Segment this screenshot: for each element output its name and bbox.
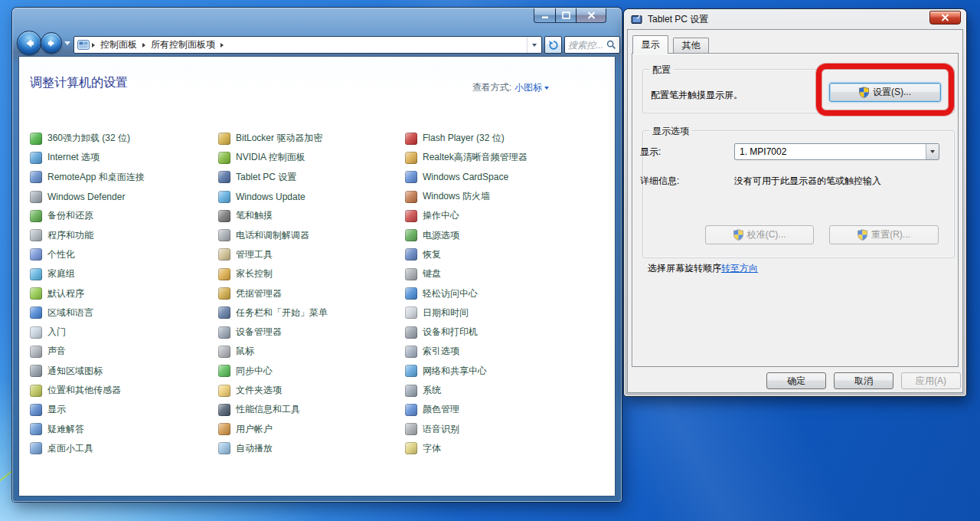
recovery-icon <box>405 248 417 260</box>
control-panel-item[interactable]: NVIDIA 控制面板 <box>218 148 403 167</box>
color-management-icon <box>405 404 417 416</box>
firewall-icon <box>405 191 417 203</box>
breadcrumb-all-items[interactable]: 所有控制面板项 <box>148 38 218 51</box>
control-panel-item[interactable]: RemoteApp 和桌面连接 <box>30 168 215 187</box>
control-panel-item[interactable]: 用户帐户 <box>218 419 403 438</box>
control-panel-item[interactable]: 同步中心 <box>218 362 403 381</box>
control-panel-item[interactable]: Internet 选项 <box>30 148 215 167</box>
details-label: 详细信息: <box>640 175 679 188</box>
control-panel-item[interactable]: 性能信息和工具 <box>218 400 403 419</box>
control-panel-item[interactable]: 桌面小工具 <box>30 439 215 458</box>
view-by-dropdown[interactable]: 小图标 <box>514 81 549 94</box>
control-panel-item-label: Internet 选项 <box>47 151 100 164</box>
control-panel-item[interactable]: 家庭组 <box>30 264 215 283</box>
control-panel-item[interactable]: 语音识别 <box>405 419 590 438</box>
control-panel-item-label: 通知区域图标 <box>47 365 103 378</box>
control-panel-item[interactable]: 电源选项 <box>405 225 590 244</box>
address-dropdown-button[interactable] <box>527 37 541 53</box>
control-panel-item[interactable]: 系统 <box>405 381 590 400</box>
search-box[interactable] <box>564 36 620 54</box>
programs-features-icon <box>30 229 42 241</box>
breadcrumb-control-panel[interactable]: 控制面板 <box>97 38 140 51</box>
chevron-down-icon <box>930 150 935 153</box>
control-panel-item[interactable]: 文件夹选项 <box>218 381 403 400</box>
devices-printers-icon <box>405 326 417 339</box>
control-panel-item[interactable]: 任务栏和「开始」菜单 <box>218 303 403 323</box>
control-panel-item[interactable]: 疑难解答 <box>30 419 215 438</box>
control-panel-item[interactable]: Realtek高清晰音频管理器 <box>405 148 590 167</box>
control-panel-item[interactable]: 自动播放 <box>218 439 403 458</box>
control-panel-item[interactable]: 颜色管理 <box>405 400 590 419</box>
control-panel-column-2: BitLocker 驱动器加密NVIDIA 控制面板Tablet PC 设置Wi… <box>218 129 403 458</box>
control-panel-item[interactable]: 恢复 <box>405 245 590 264</box>
control-panel-item[interactable]: 区域和语言 <box>30 303 215 323</box>
control-panel-item-label: 桌面小工具 <box>47 442 93 455</box>
control-panel-item[interactable]: 设备和打印机 <box>405 323 590 342</box>
control-panel-item[interactable]: 网络和共享中心 <box>405 362 590 381</box>
minimize-button[interactable] <box>534 8 556 23</box>
control-panel-item[interactable]: 字体 <box>405 439 590 458</box>
dialog-titlebar[interactable]: Tablet PC 设置 <box>624 9 966 29</box>
search-input[interactable] <box>568 40 603 51</box>
control-panel-item[interactable]: Flash Player (32 位) <box>405 129 590 148</box>
folder-options-icon <box>218 385 230 397</box>
control-panel-item[interactable]: Windows Update <box>218 187 403 206</box>
tab-other[interactable]: 其他 <box>673 38 709 54</box>
control-panel-item[interactable]: 家长控制 <box>218 264 403 283</box>
control-panel-item[interactable]: 凭据管理器 <box>218 283 403 303</box>
control-panel-item[interactable]: Windows CardSpace <box>405 168 590 187</box>
control-panel-item[interactable]: 个性化 <box>30 245 215 264</box>
control-panel-item[interactable]: 备份和还原 <box>30 206 215 225</box>
control-panel-item[interactable]: 360强力卸载 (32 位) <box>30 129 215 148</box>
control-panel-item-label: 任务栏和「开始」菜单 <box>236 306 328 319</box>
control-panel-item[interactable]: Windows 防火墙 <box>405 187 590 206</box>
control-panel-item[interactable]: 位置和其他传感器 <box>30 381 215 400</box>
control-panel-item[interactable]: 轻松访问中心 <box>405 283 590 303</box>
control-panel-item[interactable]: 入门 <box>30 323 215 342</box>
control-panel-item[interactable]: 笔和触摸 <box>218 206 403 225</box>
recent-pages-dropdown[interactable] <box>64 41 70 45</box>
breadcrumb-separator-icon <box>142 43 145 48</box>
control-panel-item[interactable]: 默认程序 <box>30 283 215 303</box>
control-panel-item[interactable]: 电话和调制解调器 <box>218 225 403 244</box>
tab-display[interactable]: 显示 <box>632 35 668 54</box>
control-panel-item-label: 用户帐户 <box>236 423 273 436</box>
combo-dropdown-button[interactable] <box>926 144 939 159</box>
control-panel-item-label: Windows Defender <box>47 192 125 202</box>
control-panel-item[interactable]: 索引选项 <box>405 342 590 361</box>
apply-button[interactable]: 应用(A) <box>901 372 961 389</box>
calibrate-button[interactable]: 校准(C)... <box>705 225 814 244</box>
refresh-button[interactable] <box>544 36 562 54</box>
control-panel-item[interactable]: BitLocker 驱动器加密 <box>218 129 403 148</box>
address-bar[interactable]: 控制面板 所有控制面板项 <box>74 36 542 54</box>
reset-button[interactable]: 重置(R)... <box>829 225 939 244</box>
control-panel-item[interactable]: 设备管理器 <box>218 323 403 342</box>
forward-button[interactable] <box>41 32 62 54</box>
indexing-options-icon <box>405 346 417 358</box>
control-panel-item[interactable]: 显示 <box>30 400 215 419</box>
control-panel-item-label: 凭据管理器 <box>236 287 282 300</box>
go-to-orientation-link[interactable]: 转至方向 <box>721 263 758 274</box>
control-panel-item[interactable]: Tablet PC 设置 <box>218 168 403 187</box>
control-panel-item[interactable]: 程序和功能 <box>30 225 215 244</box>
ok-button[interactable]: 确定 <box>766 372 826 389</box>
control-panel-item[interactable]: 鼠标 <box>218 342 403 361</box>
control-panel-item[interactable]: 操作中心 <box>405 206 590 225</box>
control-panel-item[interactable]: 声音 <box>30 342 215 361</box>
control-panel-item[interactable]: 通知区域图标 <box>30 362 215 381</box>
settings-button[interactable]: 设置(S)... <box>829 83 941 102</box>
display-select[interactable]: 1. MPI7002 <box>734 143 939 160</box>
control-panel-item-label: 个性化 <box>47 248 75 261</box>
maximize-button[interactable] <box>555 8 577 23</box>
control-panel-item[interactable]: Windows Defender <box>30 187 215 206</box>
control-panel-item[interactable]: 管理工具 <box>218 245 403 264</box>
control-panel-item[interactable]: 键盘 <box>405 264 590 283</box>
cancel-button[interactable]: 取消 <box>834 372 893 389</box>
dialog-close-button[interactable] <box>929 11 961 25</box>
back-button[interactable] <box>17 31 41 55</box>
window-titlebar[interactable] <box>12 8 622 34</box>
control-panel-column-1: 360强力卸载 (32 位)Internet 选项RemoteApp 和桌面连接… <box>30 129 215 458</box>
control-panel-item[interactable]: 日期和时间 <box>405 303 590 323</box>
close-button[interactable] <box>576 8 606 23</box>
control-panel-item-label: 性能信息和工具 <box>236 403 300 416</box>
